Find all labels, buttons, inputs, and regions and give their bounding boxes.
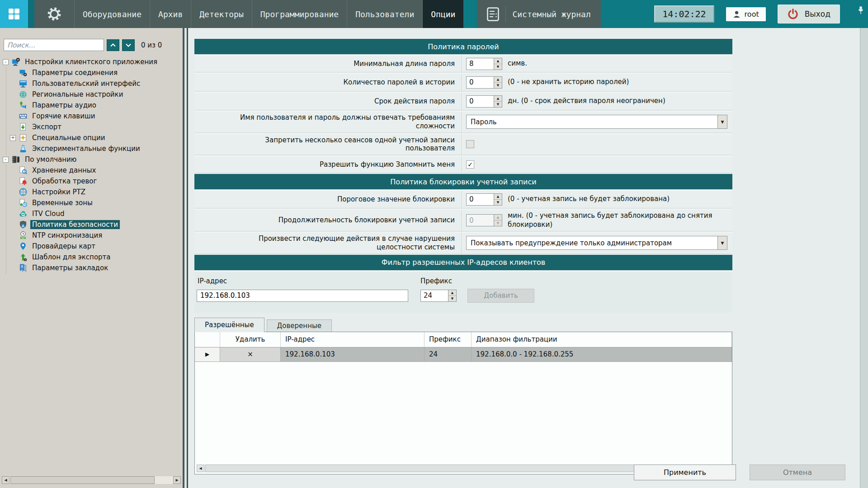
- current-user-button[interactable]: root: [726, 7, 766, 21]
- forbid-multiple-sessions-checkbox[interactable]: [466, 140, 474, 148]
- tree-item-export[interactable]: Экспорт: [6, 122, 183, 132]
- ptz-icon: [19, 188, 28, 197]
- spin-up-icon: ▲: [494, 215, 502, 221]
- tree-item-defaults[interactable]: - По умолчанию: [0, 154, 183, 165]
- scroll-left-icon[interactable]: ◀: [2, 476, 9, 484]
- cell-prefix: 24: [425, 347, 472, 362]
- tab-users[interactable]: Пользователи: [347, 0, 422, 28]
- tree-item-user-interface[interactable]: Пользовательский интерфейс: [6, 78, 183, 89]
- clock: 14:02:22: [654, 5, 714, 23]
- tree-label: Шаблон для экспорта: [30, 253, 113, 262]
- tree-item-time-zones[interactable]: Временные зоны: [6, 197, 183, 208]
- search-next-button[interactable]: [122, 39, 135, 51]
- tree-item-experimental[interactable]: Экспериментальные функции: [6, 143, 183, 154]
- tree-item-ptz-settings[interactable]: Настройки PTZ: [6, 187, 183, 197]
- expand-toggle[interactable]: +: [10, 135, 16, 141]
- min-password-length-spinner[interactable]: 8 ▲ ▼: [466, 58, 502, 70]
- row-allow-remember-me: Разрешить функцию Запомнить меня ✓: [194, 156, 732, 173]
- tree-item-audio-params[interactable]: Параметры аудио: [6, 100, 183, 111]
- cloud-icon: [19, 209, 28, 218]
- spin-down-icon[interactable]: ▼: [494, 64, 502, 70]
- tree-item-special-options[interactable]: + Специальные опции: [6, 132, 183, 143]
- tree-item-ntp-sync[interactable]: NTP синхронизация: [6, 230, 183, 241]
- collapse-toggle[interactable]: -: [3, 157, 9, 163]
- top-bar: Оборудование Архив Детекторы Программиро…: [0, 0, 868, 28]
- row-forbid-multiple-sessions: Запретить несколько сеансов одной учетно…: [194, 134, 732, 155]
- col-ip-address[interactable]: IP-адрес: [281, 332, 425, 347]
- right-collapsed-panel[interactable]: [860, 28, 868, 488]
- row-marker-icon: ▶: [195, 347, 220, 362]
- apply-button[interactable]: Применить: [634, 465, 736, 480]
- tab-allowed[interactable]: Разрешённые: [194, 318, 264, 332]
- settings-tree: - Настройки клиентского приложения Парам…: [0, 56, 183, 273]
- scroll-right-icon[interactable]: ▶: [173, 476, 181, 484]
- tree-item-connection-params[interactable]: Параметры соединения: [6, 67, 183, 78]
- spin-down-icon[interactable]: ▼: [494, 83, 502, 88]
- spin-down-icon[interactable]: ▼: [448, 296, 456, 301]
- dropdown-arrow-icon[interactable]: ▼: [717, 236, 727, 249]
- grid-icon: [8, 8, 20, 20]
- tree-item-map-providers[interactable]: Провайдеры карт: [6, 241, 183, 252]
- logout-label: Выход: [805, 9, 830, 19]
- spin-up-icon[interactable]: ▲: [494, 58, 502, 64]
- audio-icon: [19, 101, 28, 110]
- prefix-spinner[interactable]: 24 ▲ ▼: [420, 290, 457, 302]
- tree-item-data-storage[interactable]: Хранение данных: [6, 165, 183, 176]
- tab-trusted[interactable]: Доверенные: [267, 319, 332, 332]
- tile-edge: [28, 0, 34, 28]
- row-lockout-threshold: Пороговое значение блокировки 0 ▲ ▼ (0 -…: [194, 190, 732, 208]
- spin-up-icon[interactable]: ▲: [494, 96, 502, 102]
- app-menu-button[interactable]: [0, 0, 28, 28]
- delete-row-button[interactable]: ×: [220, 347, 281, 362]
- password-expiry-spinner[interactable]: 0 ▲ ▼: [466, 95, 502, 108]
- search-input[interactable]: [4, 39, 104, 51]
- setting-hint: (0 - не хранить историю паролей): [508, 78, 629, 87]
- tree-item-regional-settings[interactable]: Региональные настройки: [6, 89, 183, 100]
- tab-equipment[interactable]: Оборудование: [75, 0, 150, 28]
- col-delete[interactable]: Удалить: [220, 332, 281, 347]
- scrollbar-thumb[interactable]: [10, 476, 155, 484]
- tab-programming[interactable]: Программирование: [252, 0, 347, 28]
- tree-item-hotkeys[interactable]: Горячие клавиши: [6, 111, 183, 122]
- cell-filter-range: 192.168.0.0 - 192.168.0.255: [472, 347, 732, 362]
- tree-item-export-template[interactable]: Шаблон для экспорта: [6, 252, 183, 263]
- tree-label: Параметры закладок: [30, 263, 110, 272]
- collapse-toggle[interactable]: -: [3, 59, 9, 65]
- tab-system-journal[interactable]: Системный журнал: [477, 0, 600, 28]
- spin-down-icon[interactable]: ▼: [494, 102, 502, 107]
- search-row: 0 из 0: [0, 28, 183, 51]
- table-row[interactable]: ▶ × 192.168.0.103 24 192.168.0.0 - 192.1…: [195, 347, 732, 362]
- security-policy-icon: [19, 220, 28, 229]
- allow-remember-me-checkbox[interactable]: ✓: [466, 160, 474, 169]
- complexity-dropdown[interactable]: Пароль ▼: [466, 115, 727, 129]
- logout-button[interactable]: Выход: [778, 5, 840, 23]
- spin-up-icon[interactable]: ▲: [494, 194, 502, 200]
- tab-archive[interactable]: Архив: [150, 0, 191, 28]
- tree-item-itv-cloud[interactable]: ITV Cloud: [6, 208, 183, 219]
- lockout-threshold-spinner[interactable]: 0 ▲ ▼: [466, 193, 502, 206]
- integrity-action-dropdown[interactable]: Показывать предупреждение только админис…: [466, 236, 727, 250]
- settings-gear-button[interactable]: [34, 0, 74, 28]
- top-bar-right: 14:02:22 root Выход: [601, 0, 868, 28]
- ip-address-input[interactable]: [197, 290, 408, 302]
- tree-item-security-policy[interactable]: Политика безопасности: [6, 219, 183, 230]
- settings-sidebar: 0 из 0 - Настройки клиентского приложени…: [0, 28, 183, 488]
- spin-down-icon[interactable]: ▼: [494, 200, 502, 205]
- lockout-policy-header: Политика блокировки учетной записи: [194, 174, 732, 189]
- tab-options-active[interactable]: Опции: [423, 0, 463, 28]
- tree-item-bookmark-params[interactable]: Параметры закладок: [6, 263, 183, 273]
- col-filter-range[interactable]: Диапазон фильтрации: [472, 332, 732, 347]
- tree-item-client-settings[interactable]: - Настройки клиентского приложения: [0, 56, 183, 67]
- sidebar-divider: [183, 28, 190, 488]
- spin-up-icon[interactable]: ▲: [448, 290, 456, 296]
- pin-panel-button[interactable]: [855, 4, 866, 17]
- spin-up-icon[interactable]: ▲: [494, 77, 502, 83]
- col-prefix[interactable]: Префикс: [425, 332, 472, 347]
- tab-detectors[interactable]: Детекторы: [191, 0, 252, 28]
- tree-item-alarm-processing[interactable]: Обработка тревог: [6, 176, 183, 187]
- dropdown-arrow-icon[interactable]: ▼: [717, 115, 727, 128]
- password-history-spinner[interactable]: 0 ▲ ▼: [466, 76, 502, 89]
- search-prev-button[interactable]: [107, 39, 119, 51]
- sidebar-horizontal-scrollbar[interactable]: ◀ ▶: [2, 476, 181, 484]
- top-tabs-zone: Оборудование Архив Детекторы Программиро…: [0, 0, 601, 28]
